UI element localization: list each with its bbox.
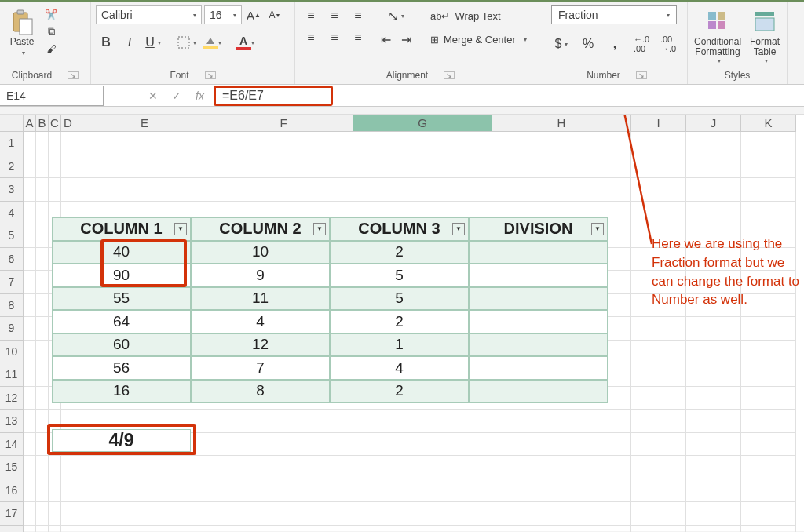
table-header[interactable]: COLUMN 1▼	[52, 217, 191, 241]
cell[interactable]	[24, 387, 36, 410]
cell[interactable]	[49, 456, 61, 479]
table-cell[interactable]	[469, 310, 608, 333]
cell[interactable]	[492, 433, 631, 457]
borders-button[interactable]: ▾	[177, 32, 197, 53]
cell[interactable]	[214, 502, 353, 526]
cell[interactable]	[61, 526, 75, 533]
table-cell[interactable]	[469, 287, 608, 311]
cell[interactable]	[61, 155, 75, 179]
table-cell[interactable]: 9	[191, 264, 330, 287]
cell[interactable]	[631, 155, 686, 179]
cell[interactable]	[741, 410, 796, 433]
align-left-icon[interactable]: ≡	[300, 27, 322, 48]
col-header-I[interactable]: I	[631, 115, 686, 132]
row-header-10[interactable]: 10	[0, 341, 24, 364]
cell[interactable]	[24, 271, 36, 294]
row-header-4[interactable]: 4	[0, 202, 24, 225]
cell[interactable]	[36, 294, 49, 318]
cell[interactable]	[75, 132, 214, 155]
row-header-14[interactable]: 14	[0, 433, 24, 457]
cell[interactable]	[741, 317, 796, 341]
cell[interactable]	[24, 479, 36, 503]
cell[interactable]	[214, 410, 353, 433]
row-header-13[interactable]: 13	[0, 410, 24, 433]
cell[interactable]	[631, 526, 686, 533]
row-header-15[interactable]: 15	[0, 456, 24, 479]
col-header-F[interactable]: F	[214, 115, 353, 132]
orientation-button[interactable]: ⤡▾	[375, 5, 416, 26]
cell[interactable]	[49, 155, 61, 179]
cell[interactable]	[24, 410, 36, 433]
col-header-B[interactable]: B	[36, 115, 49, 132]
table-cell[interactable]: 5	[330, 287, 469, 311]
cell[interactable]	[61, 479, 75, 503]
number-launcher[interactable]: ↘	[636, 71, 647, 79]
table-cell[interactable]: 60	[52, 333, 191, 357]
cell[interactable]	[741, 387, 796, 410]
cell[interactable]	[36, 132, 49, 155]
row-header-1[interactable]: 1	[0, 132, 24, 155]
cell[interactable]	[24, 526, 36, 533]
cell[interactable]	[631, 341, 686, 364]
font-size-combo[interactable]: 16▾	[204, 5, 242, 24]
cell[interactable]	[24, 155, 36, 179]
cell[interactable]	[631, 202, 686, 225]
cell[interactable]	[353, 526, 492, 533]
cell[interactable]	[75, 155, 214, 179]
cell[interactable]	[631, 387, 686, 410]
cell[interactable]	[631, 132, 686, 155]
cell[interactable]	[631, 317, 686, 341]
fx-icon[interactable]: fx	[196, 89, 204, 102]
table-cell[interactable]: 40	[52, 241, 191, 264]
cell[interactable]	[214, 155, 353, 179]
cell[interactable]	[741, 363, 796, 387]
cell[interactable]	[686, 502, 741, 526]
col-header-H[interactable]: H	[492, 115, 631, 132]
align-right-icon[interactable]: ≡	[347, 27, 369, 48]
alignment-launcher[interactable]: ↘	[444, 71, 455, 79]
cell[interactable]	[214, 433, 353, 457]
cell[interactable]	[214, 178, 353, 202]
cell[interactable]	[741, 155, 796, 179]
cell[interactable]	[36, 178, 49, 202]
decrease-decimal-icon[interactable]: .00→.0	[658, 34, 678, 54]
row-header-17[interactable]: 17	[0, 502, 24, 526]
select-all-corner[interactable]	[0, 115, 24, 132]
cell[interactable]	[49, 502, 61, 526]
clipboard-launcher[interactable]: ↘	[68, 71, 79, 79]
underline-button[interactable]: U▾	[143, 32, 163, 53]
cell[interactable]	[24, 433, 36, 457]
format-table-button[interactable]: Format Table ▾	[747, 5, 782, 66]
cell[interactable]	[492, 132, 631, 155]
col-header-J[interactable]: J	[686, 115, 741, 132]
cell[interactable]	[61, 456, 75, 479]
cell[interactable]	[631, 502, 686, 526]
cell[interactable]	[741, 479, 796, 503]
cell[interactable]	[36, 317, 49, 341]
cell[interactable]	[353, 410, 492, 433]
copy-icon[interactable]: ⧉	[44, 24, 58, 38]
increase-indent-icon[interactable]: ⇥	[396, 29, 416, 49]
table-cell[interactable]: 11	[191, 287, 330, 311]
cell[interactable]	[49, 132, 61, 155]
font-launcher[interactable]: ↘	[205, 71, 216, 79]
cell[interactable]	[353, 178, 492, 202]
filter-arrow-icon[interactable]: ▼	[174, 223, 187, 235]
cell[interactable]	[686, 202, 741, 225]
table-cell[interactable]: 16	[52, 380, 191, 403]
cell[interactable]	[24, 224, 36, 248]
cell[interactable]	[686, 317, 741, 341]
cell[interactable]	[631, 433, 686, 457]
row-header-3[interactable]: 3	[0, 178, 24, 202]
cell[interactable]	[741, 456, 796, 479]
align-middle-icon[interactable]: ≡	[323, 5, 345, 26]
row-header-11[interactable]: 11	[0, 363, 24, 387]
table-header[interactable]: COLUMN 2▼	[191, 217, 330, 241]
cell[interactable]	[36, 155, 49, 179]
cut-icon[interactable]: ✂️	[44, 7, 58, 21]
align-center-icon[interactable]: ≡	[323, 27, 345, 48]
number-format-combo[interactable]: Fraction▾	[551, 5, 677, 24]
cell[interactable]	[492, 526, 631, 533]
accounting-format-icon[interactable]: $▾	[551, 34, 572, 54]
cell[interactable]	[686, 456, 741, 479]
